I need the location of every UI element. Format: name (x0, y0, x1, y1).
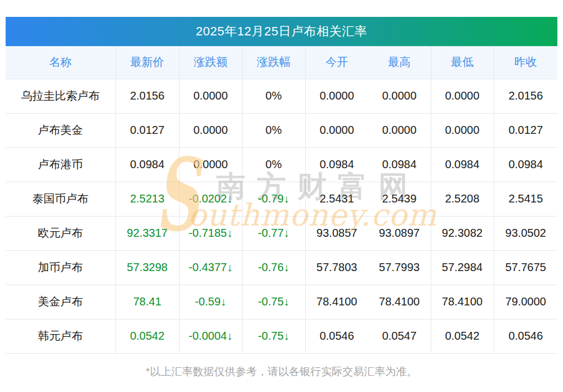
cell-high: 0.0547 (368, 319, 431, 353)
cell-open: 0.0000 (305, 113, 368, 147)
cell-change_pct: 0% (242, 79, 305, 113)
column-header-1: 最新价 (115, 46, 179, 79)
cell-high: 93.0897 (368, 216, 431, 250)
cell-latest: 2.0156 (115, 79, 179, 113)
cell-low: 57.2984 (431, 250, 494, 285)
cell-open: 2.5431 (305, 182, 368, 216)
cell-low: 92.3082 (431, 216, 494, 250)
disclaimer-note: *以上汇率数据仅供参考，请以各银行实际交易汇率为准。 (6, 364, 557, 379)
table-row: 韩元卢布0.0542-0.0004↓-0.75↓0.05460.05470.05… (6, 319, 557, 353)
cell-change_pct: -0.75↓ (242, 319, 305, 353)
cell-name: 美金卢布 (6, 285, 115, 319)
cell-prev_close: 0.0546 (494, 319, 557, 353)
cell-name: 卢布美金 (6, 113, 115, 147)
cell-latest: 0.0542 (115, 319, 179, 353)
cell-change_pct: 0% (242, 147, 305, 182)
cell-prev_close: 2.5415 (494, 182, 557, 216)
cell-latest: 92.3317 (115, 216, 179, 250)
cell-low: 2.5208 (431, 182, 494, 216)
title-bar: 2025年12月25日卢布相关汇率 (6, 17, 557, 46)
cell-prev_close: 0.0984 (494, 147, 557, 182)
exchange-rate-table: 名称最新价涨跌额涨跌幅今开最高最低昨收 乌拉圭比索卢布2.01560.00000… (6, 46, 557, 354)
cell-name: 韩元卢布 (6, 319, 115, 353)
table-row: 美金卢布78.41-0.59↓-0.75↓78.410078.410078.41… (6, 285, 557, 319)
cell-prev_close: 2.0156 (494, 79, 557, 113)
cell-name: 卢布港币 (6, 147, 115, 182)
cell-low: 0.0542 (431, 319, 494, 353)
content-wrap: 2025年12月25日卢布相关汇率 名称最新价涨跌额涨跌幅今开最高最低昨收 乌拉… (6, 17, 557, 379)
cell-name: 泰国币卢布 (6, 182, 115, 216)
cell-high: 0.0000 (368, 113, 431, 147)
cell-low: 0.0000 (431, 79, 494, 113)
cell-change_pct: -0.77↓ (242, 216, 305, 250)
cell-prev_close: 57.7675 (494, 250, 557, 285)
cell-high: 57.7993 (368, 250, 431, 285)
cell-name: 加币卢布 (6, 250, 115, 285)
cell-change_pct: -0.75↓ (242, 285, 305, 319)
column-header-2: 涨跌额 (179, 46, 242, 79)
cell-change_pct: 0% (242, 113, 305, 147)
table-header: 名称最新价涨跌额涨跌幅今开最高最低昨收 (6, 46, 557, 79)
cell-high: 0.0000 (368, 79, 431, 113)
cell-latest: 78.41 (115, 285, 179, 319)
cell-open: 0.0984 (305, 147, 368, 182)
cell-change: -0.0004↓ (179, 319, 242, 353)
cell-name: 乌拉圭比索卢布 (6, 79, 115, 113)
exchange-rate-page: 2025年12月25日卢布相关汇率 名称最新价涨跌额涨跌幅今开最高最低昨收 乌拉… (0, 0, 563, 392)
cell-change: 0.0000 (179, 113, 242, 147)
cell-low: 0.0984 (431, 147, 494, 182)
cell-name: 欧元卢布 (6, 216, 115, 250)
header-row: 名称最新价涨跌额涨跌幅今开最高最低昨收 (6, 46, 557, 79)
cell-open: 57.7803 (305, 250, 368, 285)
cell-open: 0.0546 (305, 319, 368, 353)
table-row: 加币卢布57.3298-0.4377↓-0.76↓57.780357.79935… (6, 250, 557, 285)
table-row: 卢布美金0.01270.00000%0.00000.00000.00000.01… (6, 113, 557, 147)
column-header-6: 最低 (431, 46, 494, 79)
cell-latest: 0.0984 (115, 147, 179, 182)
column-header-5: 最高 (368, 46, 431, 79)
cell-high: 2.5439 (368, 182, 431, 216)
table-row: 乌拉圭比索卢布2.01560.00000%0.00000.00000.00002… (6, 79, 557, 113)
cell-change: -0.4377↓ (179, 250, 242, 285)
table-row: 欧元卢布92.3317-0.7185↓-0.77↓93.085793.08979… (6, 216, 557, 250)
cell-high: 0.0984 (368, 147, 431, 182)
table-row: 卢布港币0.09840.00000%0.09840.09840.09840.09… (6, 147, 557, 182)
cell-change: 0.0000 (179, 79, 242, 113)
column-header-3: 涨跌幅 (242, 46, 305, 79)
cell-prev_close: 0.0127 (494, 113, 557, 147)
cell-prev_close: 79.0000 (494, 285, 557, 319)
cell-change: -0.59↓ (179, 285, 242, 319)
cell-latest: 2.5213 (115, 182, 179, 216)
cell-change_pct: -0.76↓ (242, 250, 305, 285)
cell-high: 78.4100 (368, 285, 431, 319)
cell-open: 78.4100 (305, 285, 368, 319)
cell-low: 0.0000 (431, 113, 494, 147)
cell-open: 93.0857 (305, 216, 368, 250)
column-header-0: 名称 (6, 46, 115, 79)
table-body: 乌拉圭比索卢布2.01560.00000%0.00000.00000.00002… (6, 79, 557, 353)
page-title: 2025年12月25日卢布相关汇率 (196, 23, 367, 40)
column-header-4: 今开 (305, 46, 368, 79)
cell-change_pct: -0.79↓ (242, 182, 305, 216)
cell-latest: 57.3298 (115, 250, 179, 285)
cell-prev_close: 93.0502 (494, 216, 557, 250)
cell-change: -0.7185↓ (179, 216, 242, 250)
cell-low: 78.4100 (431, 285, 494, 319)
cell-change: 0.0000 (179, 147, 242, 182)
table-row: 泰国币卢布2.5213-0.0202↓-0.79↓2.54312.54392.5… (6, 182, 557, 216)
cell-change: -0.0202↓ (179, 182, 242, 216)
cell-open: 0.0000 (305, 79, 368, 113)
column-header-7: 昨收 (494, 46, 557, 79)
cell-latest: 0.0127 (115, 113, 179, 147)
